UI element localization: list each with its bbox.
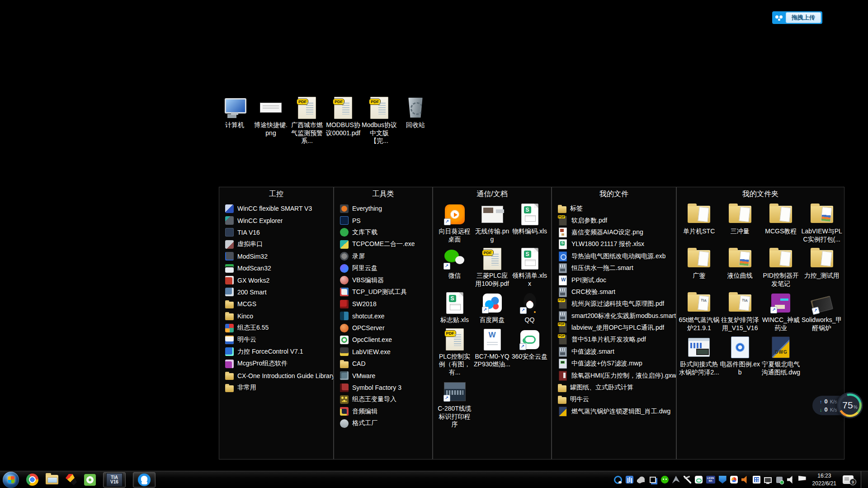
panel-list-item[interactable]: shotcut.exe (340, 310, 432, 322)
notification-count-icon[interactable]: 9 (843, 475, 854, 484)
volume-icon[interactable] (787, 476, 795, 483)
pickaxe-app-icon[interactable] (684, 476, 691, 483)
desktop-icon[interactable]: 计算机 (217, 96, 253, 145)
panel-title[interactable]: 我的文件夹 (677, 187, 844, 201)
input-method-icon[interactable] (753, 476, 760, 483)
panel-list-item[interactable]: 罐图纸、立式卧式计算 (558, 382, 676, 393)
panel-list-item[interactable]: W PPI测试.doc (558, 274, 676, 286)
panel-grid-item[interactable]: 卧式间接式热水锅炉菏泽2... (679, 336, 720, 376)
taskbar-clock[interactable]: 16:23 2022/6/21 (812, 472, 836, 487)
panel-list-item[interactable]: CRC校验.smart (558, 286, 676, 298)
panel-list-item[interactable]: 录屏 (340, 251, 432, 262)
panel-list-item[interactable]: PDF 普中51单片机开发攻略.pdf (558, 334, 676, 346)
panel-list-item[interactable]: 阿里云盘 (340, 262, 432, 274)
panel-list-item[interactable]: 虚拟串口 (225, 238, 333, 250)
panel-list-item[interactable]: 格式工厂 (340, 417, 432, 429)
panel-grid-item[interactable]: QQ (511, 291, 548, 324)
license-manager-icon[interactable]: LICEN MA (706, 476, 715, 483)
show-desktop-button[interactable] (861, 471, 868, 488)
panel-list-item[interactable]: PDF labview_使用OPC与PLC通讯.pdf (558, 322, 676, 334)
cloud-sync-icon[interactable] (637, 476, 645, 483)
start-button[interactable] (3, 472, 19, 488)
panel-list-item[interactable]: PS (340, 214, 432, 226)
panel-list-item[interactable]: 非常用 (225, 382, 333, 393)
panel-grid-item[interactable]: PID控制器开发笔记 (760, 247, 802, 288)
panel-list-item[interactable]: 除氧器HMI(压力控制，液位启停).gxw (558, 370, 676, 381)
taskbar-chrome-button[interactable] (26, 474, 38, 486)
panel-list-item[interactable]: 导热油电气图纸改电动阀电源.exb (558, 251, 676, 262)
panel-list-item[interactable]: GX Works2 (225, 274, 333, 286)
panel-list-item[interactable]: 标签 (558, 203, 676, 214)
panel-grid-item[interactable]: WINCC_神威药业 (760, 291, 802, 332)
network-status-icon[interactable] (764, 477, 772, 483)
panel-grid-item[interactable]: 无线传输.png (473, 203, 511, 243)
panel-list-item[interactable]: 恒压供水一拖二.smart (558, 262, 676, 274)
panel-grid-item[interactable]: S 标志贴.xls (436, 291, 473, 324)
safely-remove-usb-icon[interactable] (776, 477, 783, 483)
panel-list-item[interactable]: VMware (340, 370, 432, 381)
taskbar-qq-browser-button[interactable] (133, 472, 156, 488)
security-shield-icon[interactable] (719, 476, 726, 483)
panel-grid-item[interactable]: 微信 (436, 247, 473, 288)
tricolor-ball-icon[interactable] (730, 476, 738, 483)
panel-grid-item[interactable]: 单片机STC (679, 203, 720, 243)
panel-grid-item[interactable]: Solidworks_甲醛锅炉 (802, 291, 843, 332)
panel-list-item[interactable]: PDF 杭州兴源过滤科技电气原理图.pdf (558, 298, 676, 310)
panel-grid-item[interactable]: 三冲量 (720, 203, 761, 243)
wing-app-icon[interactable] (672, 476, 680, 483)
panel-grid-item[interactable]: TIA 往复炉排菏泽用_V15_V16 (720, 291, 761, 332)
cloud-drive-tray-icon[interactable] (695, 476, 703, 483)
panel-list-item[interactable]: PDF 软启参数.pdf (558, 214, 676, 226)
panel-grid-item[interactable]: 360安全云盘 (511, 328, 548, 377)
panel-list-item[interactable]: 音频编辑 (340, 406, 432, 417)
panel-list-item[interactable]: CAD (340, 358, 432, 370)
panel-list-item[interactable]: TCP_UDP测试工具 (340, 286, 432, 298)
action-center-flag-icon[interactable] (798, 476, 806, 483)
audio-manager-icon[interactable] (741, 476, 749, 483)
desktop-icon[interactable]: PDF 广西城市燃气监测预警系... (289, 96, 325, 145)
panel-list-item[interactable]: TCPCOME二合一.exe (340, 238, 432, 250)
panel-list-item[interactable]: WinCC Explorer (225, 214, 333, 226)
panel-title[interactable]: 我的文件 (552, 187, 676, 201)
window-stack-icon[interactable] (650, 477, 656, 483)
panel-list-item[interactable]: S YLW1800 21117 报价.xlsx (558, 238, 676, 250)
panel-grid-item[interactable]: S 物料编码.xls (511, 203, 548, 243)
panel-grid-item[interactable]: LabVIEW与PLC实例打包(... (802, 203, 843, 243)
panel-title[interactable]: 工具类 (334, 187, 432, 201)
panel-grid-item[interactable]: C-280T线缆标识打印程序 (436, 380, 473, 429)
panel-list-item[interactable]: CX-One Introduction Guide Library (225, 370, 333, 381)
panel-grid-item[interactable]: PDF 三菱PLC应用100例.pdf (473, 247, 511, 288)
panel-list-item[interactable]: ModScan32 (225, 262, 333, 274)
panel-grid-item[interactable]: 百度网盘 (473, 291, 511, 324)
taskbar-pen-tool-button[interactable] (66, 474, 77, 485)
panel-grid-item[interactable]: 向日葵远程桌面 (436, 203, 473, 243)
panel-list-item[interactable]: Everything (340, 203, 432, 214)
panel-title[interactable]: 通信/文档 (433, 187, 551, 201)
taskbar-file-explorer-button[interactable] (46, 475, 58, 484)
panel-grid-item[interactable]: 力控_测试用 (802, 247, 843, 288)
panel-grid-item[interactable]: 液位曲线 (720, 247, 761, 288)
panel-grid-item[interactable]: S 领料清单.xlsx (511, 247, 548, 288)
panel-list-item[interactable]: 嘉信变频器AIAO设定.png (558, 227, 676, 238)
usb-device-icon[interactable] (626, 476, 633, 483)
panel-grid-item[interactable]: 电器件图例.exb (720, 336, 761, 376)
panel-grid-item[interactable]: TIA 65t燃气蒸汽锅炉21.9.1 (679, 291, 720, 332)
taskbar-tia-v16-button[interactable]: TIA V16 (103, 472, 126, 488)
panel-grid-item[interactable]: MCGS教程 (760, 203, 802, 243)
panel-list-item[interactable]: ModSim32 (225, 251, 333, 262)
panel-list-item[interactable]: smart200标准化实践新modbus.smart (558, 310, 676, 322)
panel-title[interactable]: 工控 (219, 187, 333, 201)
baidu-upload-widget[interactable]: 拖拽上传 (772, 11, 822, 24)
taskbar-settings-button[interactable] (84, 474, 96, 486)
panel-list-item[interactable]: 组态王6.55 (225, 322, 333, 334)
panel-list-item[interactable]: 组态王变量导入 (340, 393, 432, 405)
panel-list-item[interactable]: LabVIEW.exe (340, 346, 432, 358)
panel-list-item[interactable]: VBS编辑器 (340, 274, 432, 286)
panel-list-item[interactable]: 中值滤波+仿S7滤波.mwp (558, 358, 676, 370)
desktop-icon[interactable]: PDF MODBUS协议00001.pdf (325, 96, 361, 145)
desktop-icon[interactable]: PDF Modbus协议中文版【完... (361, 96, 397, 145)
panel-list-item[interactable]: Symbol Factory 3 (340, 382, 432, 393)
panel-list-item[interactable]: TIA V16 (225, 227, 333, 238)
panel-list-item[interactable]: MCGS (225, 298, 333, 310)
desktop-icon[interactable]: 回收站 (397, 96, 434, 145)
